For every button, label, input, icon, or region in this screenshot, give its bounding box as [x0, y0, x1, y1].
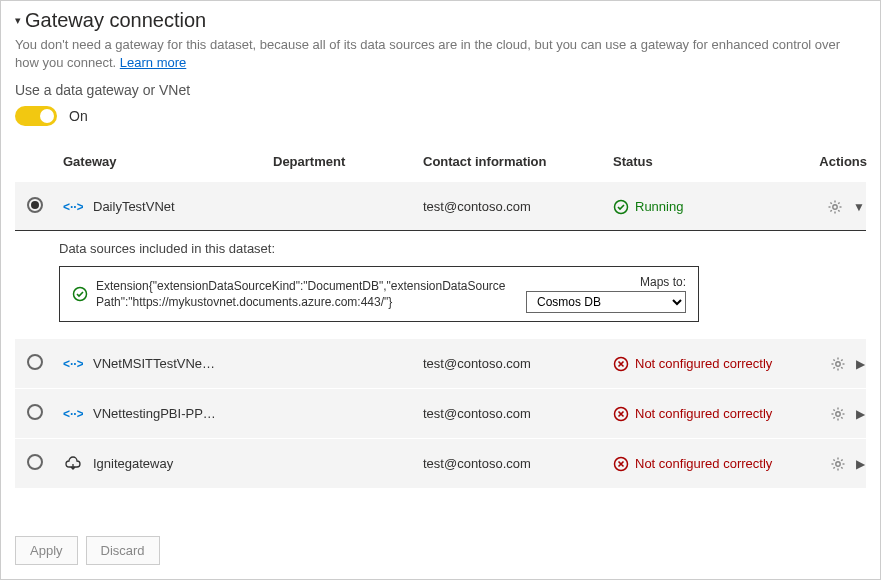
button-row: Apply Discard: [15, 536, 160, 565]
gateway-status: Not configured correctly: [613, 356, 813, 372]
gear-icon[interactable]: [830, 406, 846, 422]
maps-to-select[interactable]: Cosmos DB: [526, 291, 686, 313]
svg-line-8: [838, 210, 839, 211]
x-circle-icon: [613, 456, 629, 472]
datasource-panel: Data sources included in this dataset: E…: [15, 230, 866, 338]
datasource-text: Extension{"extensionDataSourceKind":"Doc…: [96, 278, 508, 312]
svg-text:<··>: <··>: [63, 200, 83, 214]
gear-icon[interactable]: [830, 456, 846, 472]
gateway-radio[interactable]: [27, 354, 43, 370]
status-text: Not configured correctly: [635, 456, 772, 471]
svg-text:<··>: <··>: [63, 357, 83, 371]
toggle-knob: [40, 109, 54, 123]
gateway-row[interactable]: <··> DailyTestVNet test@contoso.com Runn…: [15, 181, 866, 231]
svg-line-30: [833, 409, 834, 410]
status-text: Not configured correctly: [635, 356, 772, 371]
toggle-state-label: On: [69, 108, 88, 124]
svg-line-42: [841, 459, 842, 460]
vnet-icon: <··>: [63, 407, 83, 421]
datasource-panel-title: Data sources included in this dataset:: [59, 241, 836, 256]
gateway-status: Not configured correctly: [613, 406, 813, 422]
svg-line-10: [831, 210, 832, 211]
svg-point-14: [836, 362, 840, 366]
col-status: Status: [613, 154, 813, 169]
status-text: Running: [635, 199, 683, 214]
svg-line-32: [841, 409, 842, 410]
gateway-name: Ignitegateway: [93, 456, 173, 471]
col-department: Department: [273, 154, 423, 169]
gateway-contact: test@contoso.com: [423, 406, 613, 421]
vnet-icon: <··>: [63, 200, 83, 214]
svg-line-43: [833, 467, 834, 468]
use-gateway-toggle[interactable]: [15, 106, 57, 126]
gateway-name: DailyTestVNet: [93, 199, 175, 214]
vnet-icon: <··>: [63, 357, 83, 371]
section-header: ▾ Gateway connection: [15, 9, 866, 32]
gateway-row[interactable]: <··> VNetMSITTestVNe… test@contoso.com N…: [15, 338, 866, 388]
col-gateway: Gateway: [63, 154, 273, 169]
x-circle-icon: [613, 356, 629, 372]
discard-button[interactable]: Discard: [86, 536, 160, 565]
gateway-contact: test@contoso.com: [423, 456, 613, 471]
gateway-row[interactable]: Ignitegateway test@contoso.com Not confi…: [15, 438, 866, 488]
collapse-caret-icon[interactable]: ▾: [15, 14, 21, 27]
gateway-name: VNetMSITTestVNe…: [93, 356, 215, 371]
gateway-contact: test@contoso.com: [423, 199, 613, 214]
status-text: Not configured correctly: [635, 406, 772, 421]
svg-line-19: [833, 359, 834, 360]
gateway-radio[interactable]: [27, 404, 43, 420]
svg-line-21: [841, 359, 842, 360]
svg-point-2: [833, 205, 837, 209]
toggle-row: On: [15, 106, 866, 126]
gateway-radio[interactable]: [27, 454, 43, 470]
svg-line-20: [841, 367, 842, 368]
svg-line-40: [833, 459, 834, 460]
svg-point-25: [836, 412, 840, 416]
gateway-status: Running: [613, 199, 813, 215]
chevron-right-icon[interactable]: ▶: [856, 357, 865, 371]
chevron-right-icon[interactable]: ▶: [856, 407, 865, 421]
svg-line-41: [841, 467, 842, 468]
datasource-box: Extension{"extensionDataSourceKind":"Doc…: [59, 266, 699, 322]
gear-icon[interactable]: [830, 356, 846, 372]
description-text: You don't need a gateway for this datase…: [15, 36, 866, 72]
check-circle-icon: [613, 199, 629, 215]
learn-more-link[interactable]: Learn more: [120, 55, 186, 70]
svg-line-7: [831, 202, 832, 203]
table-header: Gateway Department Contact information S…: [15, 144, 866, 181]
chevron-right-icon[interactable]: ▶: [856, 457, 865, 471]
svg-point-35: [836, 462, 840, 466]
chevron-down-icon[interactable]: ▼: [853, 200, 865, 214]
page-title: Gateway connection: [25, 9, 206, 32]
gateway-status: Not configured correctly: [613, 456, 813, 472]
check-circle-icon: [72, 286, 88, 302]
cloud-gateway-icon: [63, 456, 83, 472]
use-gateway-label: Use a data gateway or VNet: [15, 82, 866, 98]
gear-icon[interactable]: [827, 199, 843, 215]
svg-line-31: [841, 417, 842, 418]
svg-line-22: [833, 367, 834, 368]
apply-button[interactable]: Apply: [15, 536, 78, 565]
gateway-radio[interactable]: [27, 197, 43, 213]
col-contact: Contact information: [423, 154, 613, 169]
col-actions: Actions: [813, 154, 873, 169]
gateway-name: VNettestingPBI-PP…: [93, 406, 216, 421]
svg-line-33: [833, 417, 834, 418]
svg-text:<··>: <··>: [63, 407, 83, 421]
gateway-row[interactable]: <··> VNettestingPBI-PP… test@contoso.com…: [15, 388, 866, 438]
svg-line-9: [838, 202, 839, 203]
gateway-contact: test@contoso.com: [423, 356, 613, 371]
x-circle-icon: [613, 406, 629, 422]
maps-to-label: Maps to:: [640, 275, 686, 289]
